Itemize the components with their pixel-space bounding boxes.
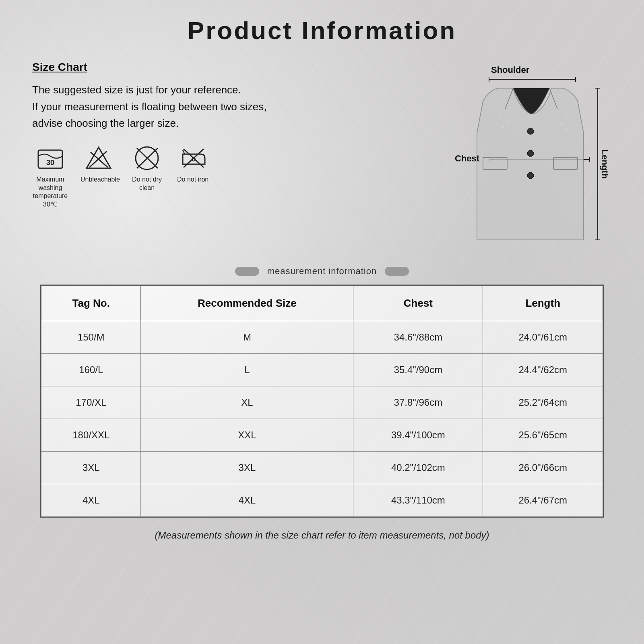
bleach-icon	[85, 144, 113, 172]
cell-2-0: 170/XL	[41, 386, 141, 419]
measurement-bar: measurement information	[32, 266, 612, 277]
table-row: 160/LL35.4"/90cm24.4"/62cm	[41, 354, 603, 386]
table-header-row: Tag No. Recommended Size Chest Length	[41, 286, 603, 321]
svg-point-25	[527, 128, 534, 134]
cell-3-3: 25.6"/65cm	[483, 419, 603, 452]
table-row: 4XL4XL43.3"/110cm26.4"/67cm	[41, 484, 603, 517]
svg-point-31	[566, 116, 569, 118]
page-title: Product Information	[32, 16, 612, 45]
cell-2-2: 37.8"/96cm	[353, 386, 483, 419]
svg-point-32	[560, 122, 563, 124]
col-header-chest: Chest	[353, 286, 483, 321]
cell-4-0: 3XL	[41, 452, 141, 484]
col-header-size: Recommended Size	[141, 286, 353, 321]
size-table-wrapper: Tag No. Recommended Size Chest Length 15…	[40, 285, 604, 518]
care-icons: 30 Maximum washing temperature 30℃ Unble…	[32, 144, 306, 209]
svg-marker-2	[87, 147, 111, 168]
left-info: Size Chart The suggested size is just fo…	[32, 61, 306, 209]
bar-right-pill	[385, 267, 409, 276]
bleach-label: Unbleachable	[80, 175, 117, 184]
size-chart-desc: The suggested size is just for your refe…	[32, 82, 306, 132]
wash-label: Maximum washing temperature 30℃	[32, 175, 68, 209]
care-item-bleach: Unbleachable	[80, 144, 117, 184]
cell-1-0: 160/L	[41, 354, 141, 386]
page-container: Product Information Size Chart The sugge…	[0, 0, 644, 644]
cell-0-3: 24.0"/61cm	[483, 321, 603, 354]
svg-point-30	[502, 126, 504, 128]
length-label: Length	[599, 149, 610, 179]
wash-icon: 30	[36, 144, 64, 172]
cell-4-3: 26.0"/66cm	[483, 452, 603, 484]
size-chart-heading: Size Chart	[32, 61, 306, 74]
care-item-wash: 30 Maximum washing temperature 30℃	[32, 144, 68, 209]
cell-1-3: 24.4"/62cm	[483, 354, 603, 386]
cell-0-1: M	[141, 321, 353, 354]
cell-1-2: 35.4"/90cm	[353, 354, 483, 386]
svg-point-27	[527, 172, 534, 179]
cell-2-1: XL	[141, 386, 353, 419]
svg-point-26	[527, 150, 534, 157]
table-row: 3XL3XL40.2"/102cm26.0"/66cm	[41, 452, 603, 484]
cell-3-0: 180/XXL	[41, 419, 141, 452]
cell-3-1: XXL	[141, 419, 353, 452]
cell-5-0: 4XL	[41, 484, 141, 517]
top-section: Size Chart The suggested size is just fo…	[32, 61, 612, 254]
garment-diagram: Shoulder	[443, 61, 612, 254]
cell-3-2: 39.4"/100cm	[353, 419, 483, 452]
cell-0-2: 34.6"/88cm	[353, 321, 483, 354]
cell-2-3: 25.2"/64cm	[483, 386, 603, 419]
dry-clean-icon	[133, 144, 161, 172]
bar-left-pill	[235, 267, 259, 276]
table-row: 180/XXLXXL39.4"/100cm25.6"/65cm	[41, 419, 603, 452]
table-row: 170/XLXL37.8"/96cm25.2"/64cm	[41, 386, 603, 419]
dry-clean-label: Do not dry clean	[129, 175, 165, 192]
chest-label: Chest	[455, 153, 479, 164]
table-row: 150/MM34.6"/88cm24.0"/61cm	[41, 321, 603, 354]
cell-4-1: 3XL	[141, 452, 353, 484]
cell-4-2: 40.2"/102cm	[353, 452, 483, 484]
svg-point-33	[564, 128, 567, 130]
col-header-tag: Tag No.	[41, 286, 141, 321]
svg-point-28	[500, 116, 502, 118]
svg-text:30: 30	[46, 159, 54, 167]
size-table: Tag No. Recommended Size Chest Length 15…	[41, 285, 603, 517]
iron-label: Do not iron	[177, 175, 208, 184]
cell-5-3: 26.4"/67cm	[483, 484, 603, 517]
footer-note: (Measurements shown in the size chart re…	[32, 530, 612, 541]
care-item-dry-clean: Do not dry clean	[129, 144, 165, 192]
cell-5-1: 4XL	[141, 484, 353, 517]
iron-icon	[179, 144, 207, 172]
care-item-iron: Do not iron	[177, 144, 208, 184]
measurement-bar-text: measurement information	[267, 266, 377, 277]
svg-point-29	[506, 120, 508, 122]
cell-1-1: L	[141, 354, 353, 386]
cell-5-2: 43.3"/110cm	[353, 484, 483, 517]
col-header-length: Length	[483, 286, 603, 321]
cell-0-0: 150/M	[41, 321, 141, 354]
